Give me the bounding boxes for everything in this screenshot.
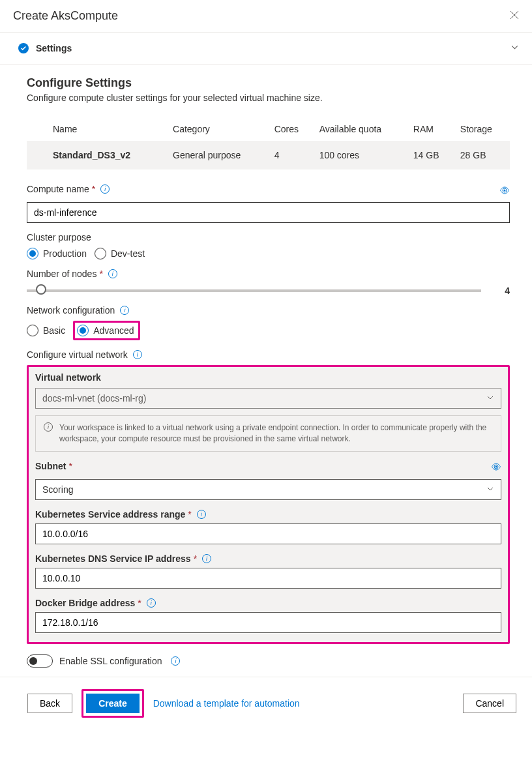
info-icon[interactable]: i — [202, 554, 211, 563]
config-vnet-label: Configure virtual network i — [27, 349, 510, 360]
nodes-label: Number of nodes * i — [27, 269, 510, 279]
nodes-field: Number of nodes * i 4 — [27, 269, 510, 296]
page-heading: Configure Settings — [27, 76, 510, 90]
section-header-left: Settings — [18, 43, 72, 53]
dialog-footer: Back Create Download a template for auto… — [0, 677, 532, 729]
highlight-advanced: Advanced — [73, 321, 140, 340]
back-button[interactable]: Back — [27, 694, 72, 713]
subnet-dropdown[interactable]: Scoring — [35, 479, 501, 500]
create-button[interactable]: Create — [86, 694, 140, 713]
k8s-dns-input[interactable] — [35, 568, 501, 589]
cell-quota: 100 cores — [314, 141, 408, 169]
radio-label: Advanced — [93, 325, 134, 336]
compute-name-label: Compute name * i — [27, 184, 110, 194]
info-icon[interactable]: i — [120, 306, 129, 315]
subnet-field: Subnet * Scoring — [35, 461, 501, 500]
info-icon[interactable]: i — [171, 656, 180, 666]
check-circle-icon — [18, 43, 29, 53]
section-header-settings[interactable]: Settings — [0, 33, 532, 65]
col-ram: RAM — [408, 117, 455, 141]
radio-devtest[interactable]: Dev-test — [95, 248, 145, 259]
required-mark: * — [138, 598, 141, 608]
vnet-value: docs-ml-vnet (docs-ml-rg) — [42, 393, 146, 404]
vnet-info-text: Your workspace is linked to a virtual ne… — [59, 422, 493, 445]
radio-circle-icon — [27, 325, 38, 336]
cell-storage: 28 GB — [455, 141, 510, 169]
vnet-info-box: i Your workspace is linked to a virtual … — [35, 415, 501, 452]
cell-category: General purpose — [168, 141, 269, 169]
radio-advanced[interactable]: Advanced — [77, 325, 134, 336]
radio-label: Dev-test — [111, 248, 145, 259]
info-icon[interactable]: i — [133, 350, 142, 359]
info-icon[interactable]: i — [108, 269, 117, 278]
vnet-config-box: Virtual network docs-ml-vnet (docs-ml-rg… — [27, 365, 510, 644]
info-icon[interactable]: i — [197, 510, 206, 519]
compute-name-input[interactable] — [27, 202, 510, 223]
radio-circle-icon — [95, 248, 106, 259]
k8s-range-label: Kubernetes Service address range * i — [35, 509, 501, 520]
k8s-dns-field: Kubernetes DNS Service IP address * i — [35, 553, 501, 589]
ssl-toggle-row: Enable SSL configuration i — [27, 654, 510, 668]
chevron-down-icon — [510, 43, 519, 53]
network-config-field: Network configuration i Basic Advanced — [27, 305, 510, 340]
cluster-purpose-radios: Production Dev-test — [27, 248, 510, 259]
required-mark: * — [92, 184, 95, 194]
cell-ram: 14 GB — [408, 141, 455, 169]
required-mark: * — [188, 509, 191, 520]
ssl-toggle[interactable] — [27, 654, 53, 668]
info-icon[interactable]: i — [147, 598, 156, 608]
cluster-purpose-field: Cluster purpose Production Dev-test — [27, 232, 510, 259]
radio-circle-icon — [77, 325, 89, 336]
toggle-knob — [29, 657, 37, 665]
col-name: Name — [27, 117, 168, 141]
ssl-label: Enable SSL configuration — [59, 656, 162, 666]
cell-cores: 4 — [269, 141, 314, 169]
nodes-slider[interactable] — [27, 289, 481, 292]
k8s-range-input[interactable] — [35, 523, 501, 544]
cell-name: Standard_DS3_v2 — [27, 141, 168, 169]
dialog-header: Create AksCompute — [0, 0, 532, 33]
nodes-value: 4 — [497, 286, 510, 296]
docker-bridge-label: Docker Bridge address * i — [35, 598, 501, 608]
network-config-label: Network configuration i — [27, 305, 510, 316]
chevron-down-icon — [486, 393, 494, 404]
col-storage: Storage — [455, 117, 510, 141]
chevron-down-icon — [486, 484, 494, 495]
required-mark: * — [68, 461, 72, 471]
col-cores: Cores — [269, 117, 314, 141]
preview-eye-icon[interactable] — [499, 185, 510, 198]
nodes-slider-row: 4 — [27, 286, 510, 296]
k8s-dns-label: Kubernetes DNS Service IP address * i — [35, 553, 501, 564]
vnet-dropdown[interactable]: docs-ml-vnet (docs-ml-rg) — [35, 388, 501, 409]
vm-size-table: Name Category Cores Available quota RAM … — [27, 117, 510, 169]
compute-name-field: Compute name * i — [27, 184, 510, 223]
cancel-button[interactable]: Cancel — [463, 694, 516, 713]
docker-bridge-input[interactable] — [35, 612, 501, 633]
table-header-row: Name Category Cores Available quota RAM … — [27, 117, 510, 141]
k8s-range-field: Kubernetes Service address range * i — [35, 509, 501, 544]
col-category: Category — [168, 117, 269, 141]
svg-point-2 — [504, 189, 506, 191]
download-template-link[interactable]: Download a template for automation — [153, 698, 300, 709]
network-config-radios: Basic Advanced — [27, 321, 510, 340]
section-title: Settings — [36, 43, 72, 53]
highlight-create: Create — [81, 689, 144, 718]
footer-left: Back Create Download a template for auto… — [27, 689, 300, 718]
cluster-purpose-label: Cluster purpose — [27, 232, 510, 242]
content-area: Configure Settings Configure compute clu… — [0, 65, 532, 677]
table-row: Standard_DS3_v2 General purpose 4 100 co… — [27, 141, 510, 169]
slider-thumb[interactable] — [36, 284, 46, 295]
subnet-value: Scoring — [42, 484, 73, 495]
page-description: Configure compute cluster settings for y… — [27, 93, 510, 103]
radio-label: Production — [43, 248, 87, 259]
info-icon: i — [44, 422, 53, 432]
vnet-label: Virtual network — [35, 372, 501, 383]
radio-basic[interactable]: Basic — [27, 325, 65, 336]
docker-bridge-field: Docker Bridge address * i — [35, 598, 501, 633]
close-icon[interactable] — [510, 9, 519, 23]
subnet-label: Subnet * — [35, 461, 72, 471]
info-icon[interactable]: i — [100, 184, 110, 194]
radio-circle-icon — [27, 248, 38, 259]
radio-production[interactable]: Production — [27, 248, 87, 259]
preview-eye-icon[interactable] — [491, 462, 501, 474]
